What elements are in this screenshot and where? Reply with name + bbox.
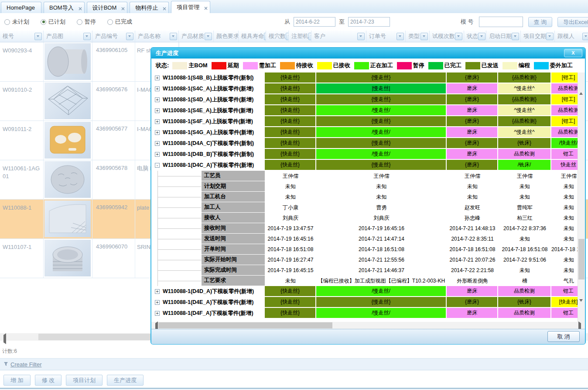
scrollbar-thumb[interactable] [578,239,585,280]
column-header: 模穴数 [266,31,289,42]
tab-design-bom[interactable]: 设计BOM [87,2,128,13]
filter-dropdown-icon[interactable] [308,33,311,40]
filter-toolbar: 未计划 已计划 暂停 已完成 从 至 模 号 查 询 导出Excel [0,13,588,31]
process-status-cell: /慢走丝/ [316,286,447,297]
expand-toggle-icon[interactable]: + [155,311,160,316]
process-status-cell: {快走丝} [265,297,316,308]
filter-dropdown-icon[interactable] [420,33,428,40]
process-status-cell: {慢走丝} [316,116,447,127]
tab-homepage[interactable]: HomePage [1,2,41,13]
detail-label: 接收时间 [202,223,265,234]
expand-toggle-icon[interactable]: + [155,86,160,91]
process-row: + W110088-1(D4F_A)下模板零件(新增) {快走丝}/慢走丝/磨床… [151,308,578,319]
filter-dropdown-icon[interactable] [478,33,485,40]
tab-material-stop[interactable]: 物料停止 [130,2,169,13]
cancel-button[interactable]: 取 消 [547,331,580,342]
legend-swatch [212,62,226,69]
part-label: W110088-1(D4C_A)下模板零件(新增) [163,162,254,169]
filter-dropdown-icon[interactable] [397,33,404,40]
column-header-label: 跟模人 [557,32,574,40]
detail-value: 未知 [498,265,551,276]
process-status-cell: {慢走丝} [316,297,447,308]
filter-dropdown-icon[interactable] [126,33,133,40]
tab-project-management[interactable]: 项目管理 [171,1,210,13]
mold-cell: W110088-1 [0,200,44,238]
column-header: 注塑机 [289,31,311,42]
add-button[interactable]: 增 加 [3,375,31,386]
radio-paused[interactable]: 暂停 [77,18,96,26]
part-label: W110088-1(S4D_A)上脱板零件(新增) [163,96,253,104]
close-icon[interactable] [204,3,208,7]
expand-toggle-icon[interactable]: + [155,130,160,135]
column-header-label: 注塑机 [291,32,308,40]
product-image [44,200,91,237]
legend-label: 编程 [519,62,530,69]
scrollbar-thumb[interactable] [158,322,332,328]
mold-input[interactable] [479,17,523,27]
legend-item: 委外加工 [534,62,577,69]
radio-planned[interactable]: 已计划 [41,18,65,26]
process-row: + W110088-1(S4C_A)上脱板零件(新增) {快走丝}|慢走丝|磨床… [151,83,578,94]
detail-value: 2014-7-18 16:51:08 [316,244,447,255]
filter-dropdown-icon[interactable] [83,33,91,40]
date-from-input[interactable] [294,17,335,27]
scroll-down-icon[interactable] [579,302,583,310]
radio-unplanned[interactable]: 未计划 [4,18,29,26]
detail-label: 开单时间 [202,244,265,255]
process-row: + W110088-1(S4F_A)上脱板零件(新增) {快走丝}{慢走丝}{磨… [151,116,578,127]
expand-toggle-icon[interactable]: + [155,152,160,157]
export-excel-button[interactable]: 导出Excel [557,17,588,27]
part-label: W110088-1(S4B_B)上脱板零件(新制) [163,74,253,82]
filter-dropdown-icon[interactable] [357,33,365,40]
filter-dropdown-icon[interactable] [205,33,212,40]
dialog-vertical-scrollbar[interactable] [578,72,585,322]
expand-toggle-icon[interactable]: + [155,119,160,124]
process-status-cell: |慢走丝| [316,83,447,94]
expand-toggle-icon[interactable]: + [155,289,160,294]
query-button[interactable]: 查 询 [528,17,553,27]
expand-toggle-icon[interactable]: + [155,97,160,102]
production-progress-button[interactable]: 生产进度 [107,375,144,386]
expand-toggle-icon[interactable]: - [155,163,160,168]
scroll-left-icon[interactable] [2,335,6,343]
detail-value: 未知 [498,234,551,244]
filter-dropdown-icon[interactable] [34,33,42,40]
detail-value: 王仲儒 [265,171,316,181]
expand-toggle-icon[interactable]: + [155,141,160,146]
close-icon[interactable] [79,3,82,7]
filter-dropdown-icon[interactable] [546,33,554,40]
filter-dropdown-icon[interactable] [582,33,588,40]
detail-label: 实际完成时间 [202,265,265,276]
create-filter-link[interactable]: Create Filter [10,361,42,368]
product-no-cell: 4369905942 [92,200,135,238]
filter-dropdown-icon[interactable] [512,33,519,40]
tree-connector [151,255,202,265]
tree-connector [151,276,202,286]
process-row: + W110088-1(D4E_A)下模板零件(新增) {快走丝}{慢走丝}{磨… [151,297,578,308]
detail-value: 2014-7-21 12:55:56 [316,255,447,265]
column-header: 订单号 [366,31,406,42]
filter-dropdown-icon[interactable] [455,33,462,40]
radio-finished[interactable]: 已完成 [107,18,132,26]
project-plan-button[interactable]: 项目计划 [66,375,103,386]
expand-toggle-icon[interactable]: + [155,108,160,113]
column-header: 状态 [464,31,486,42]
tab-bom-import[interactable]: BOM导入 [44,2,85,13]
detail-row: 发送时间 2014-7-19 16:45:162014-7-21 14:47:1… [151,234,578,244]
process-status-cell: [钳工] [551,116,578,127]
expand-toggle-icon[interactable]: + [155,300,160,305]
expand-toggle-icon[interactable]: + [155,76,160,80]
close-icon[interactable] [121,3,125,7]
close-icon[interactable] [163,3,167,7]
filter-dropdown-icon[interactable] [170,33,177,40]
date-to-input[interactable] [348,17,390,27]
legend-swatch [317,62,332,69]
modify-button[interactable]: 修 改 [35,375,62,386]
detail-value: 刘典庆 [316,213,447,223]
filter-dropdown-icon[interactable] [286,33,289,40]
dialog-horizontal-scrollbar[interactable] [151,322,585,329]
process-row: + W110088-1(S4G_A)上脱板零件(新增) {快走丝}/慢走丝/磨床… [151,127,578,138]
scroll-up-icon[interactable] [579,85,583,93]
detail-value: 未知 [447,181,498,192]
dialog-close-button[interactable]: X [564,49,582,57]
